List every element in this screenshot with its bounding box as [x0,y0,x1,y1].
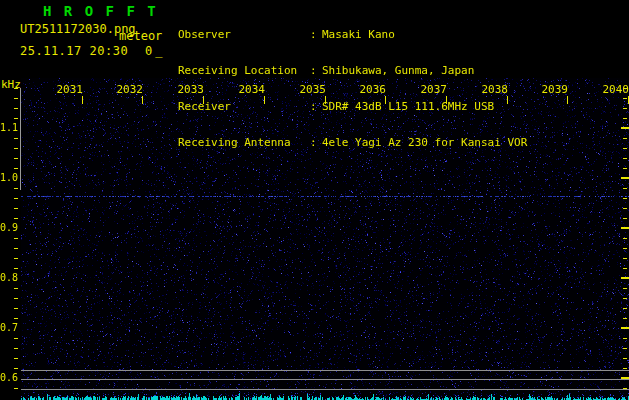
x-axis-time-label: 2033 [174,84,204,96]
y-axis-tick [14,338,18,339]
y-axis-tick-right [623,138,627,139]
y-axis-tick [14,298,18,299]
x-axis-tick [507,96,508,104]
y-axis-tick-right [623,348,627,349]
y-axis-major-tick-right [621,227,629,229]
y-axis-tick [14,368,18,369]
y-axis-tick [14,158,18,159]
y-axis-major-tick-right [621,177,629,179]
info-separator: : [310,101,322,113]
y-axis-tick-label: 0.6 [0,372,17,384]
y-axis-tick [14,318,18,319]
info-label: Observer [178,29,310,41]
y-axis-major-tick-right [621,127,629,129]
y-axis-tick-right [623,268,627,269]
info-value: Shibukawa, Gunma, Japan [322,65,474,77]
y-axis-tick-label: 0.8 [0,272,17,284]
y-axis-tick-right [623,148,627,149]
y-axis-tick [14,218,18,219]
y-axis-tick [14,148,18,149]
y-axis-tick-label: 0.7 [0,322,17,334]
y-axis-tick-right [623,358,627,359]
y-axis-tick [14,238,18,239]
y-axis-tick-right [623,238,627,239]
info-separator: : [310,137,322,149]
y-axis-tick-label: 0.9 [0,222,17,234]
y-axis-tick-right [623,118,627,119]
info-value: Masaki Kano [322,29,395,41]
y-axis-tick-right [623,218,627,219]
x-axis-tick [446,96,447,104]
x-axis-tick [385,96,386,104]
y-axis-tick-right [623,388,627,389]
y-axis-tick-right [623,368,627,369]
x-axis-time-label: 2032 [113,84,143,96]
info-label: Receiving Antenna [178,137,310,149]
y-axis-tick-right [623,248,627,249]
y-axis-major-tick-right [621,277,629,279]
info-row-location: Receiving Location:Shibukawa, Gunma, Jap… [178,65,527,77]
y-axis-tick [14,198,18,199]
y-axis-tick [14,258,18,259]
x-axis-tick [142,96,143,104]
y-axis-tick-right [623,158,627,159]
y-axis-tick [14,188,18,189]
y-axis-tick [14,288,18,289]
y-axis-tick [14,348,18,349]
y-axis-tick-label: 1.1 [0,122,17,134]
y-axis-tick [14,118,18,119]
y-axis-tick-right [623,98,627,99]
y-axis-tick-right [623,298,627,299]
y-axis-tick [14,308,18,309]
y-axis-tick-right [623,208,627,209]
info-row-receiver: Receiver:SDR# 43dB L15 111.6MHz USB [178,101,527,113]
y-axis-tick-right [623,288,627,289]
info-separator: : [310,29,322,41]
x-axis-tick [203,96,204,104]
x-axis-time-label: 2038 [478,84,508,96]
y-axis-tick [14,98,18,99]
x-axis-tick [264,96,265,104]
y-axis-tick [14,138,18,139]
y-axis-tick-label: 1.0 [0,172,17,184]
y-axis-tick-right [623,258,627,259]
y-axis-tick [14,108,18,109]
info-value: SDR# 43dB L15 111.6MHz USB [322,101,494,113]
observation-info: Observer:Masaki Kano Receiving Location:… [178,5,527,173]
x-axis-tick [567,96,568,104]
y-axis-tick [14,268,18,269]
y-axis-line [20,88,21,190]
x-axis-time-label: 2031 [53,84,83,96]
info-row-antenna: Receiving Antenna:4ele Yagi Az 230 for K… [178,137,527,149]
y-axis-unit-label: kHz [1,78,21,91]
echo-count: 0_ [145,44,165,58]
info-label: Receiving Location [178,65,310,77]
app-title: H R O F F T [43,3,158,19]
x-axis-tick [325,96,326,104]
y-axis-tick-right [623,338,627,339]
x-axis-tick [82,96,83,104]
y-axis-tick [14,358,18,359]
capture-datetime: 25.11.17 20:30 [20,44,128,58]
y-axis-tick [14,168,18,169]
x-axis-time-label: 2037 [417,84,447,96]
x-axis-time-label: 2034 [235,84,265,96]
hrofft-window: H R O F F T UT2511172030.png meteor 25.1… [0,0,629,400]
info-row-observer: Observer:Masaki Kano [178,29,527,41]
y-axis-tick [14,88,18,89]
info-label: Receiver [178,101,310,113]
y-axis-major-tick-right [621,327,629,329]
y-axis-tick-right [623,318,627,319]
y-axis-tick-right [623,188,627,189]
x-axis-time-label: 2035 [296,84,326,96]
y-axis-tick-right [623,168,627,169]
info-value: 4ele Yagi Az 230 for Kansai VOR [322,137,527,149]
y-axis-tick-right [623,198,627,199]
y-axis-tick [14,208,18,209]
y-axis-tick-right [623,308,627,309]
y-axis-tick [14,248,18,249]
x-axis-time-label: 2040 [599,84,629,96]
y-axis-tick [14,388,18,389]
y-axis-tick-right [623,108,627,109]
info-separator: : [310,65,322,77]
